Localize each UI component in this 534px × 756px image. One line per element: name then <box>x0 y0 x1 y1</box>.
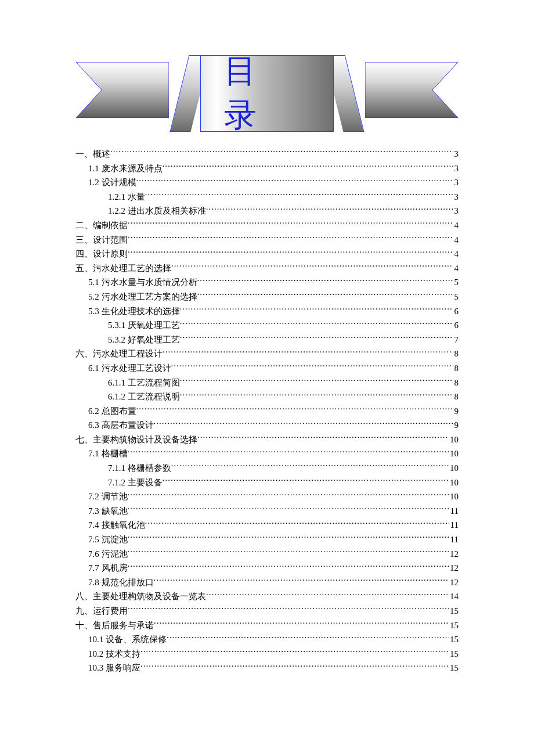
toc-leader-dots <box>197 276 453 285</box>
toc-leader-dots <box>197 291 453 300</box>
toc-entry: 1.2.2 进出水质及相关标准3 <box>75 204 459 218</box>
ribbon-right-icon <box>365 62 458 118</box>
banner-graphic: 目录 <box>143 55 391 136</box>
toc-entry-title: 10.3 服务响应 <box>88 661 140 675</box>
toc-entry-title: 7.1.2 主要设备 <box>108 476 163 490</box>
toc-entry-page: 5 <box>453 290 459 304</box>
toc-leader-dots <box>154 620 449 628</box>
toc-entry-page: 10 <box>449 461 459 476</box>
toc-entry-page: 11 <box>449 532 459 547</box>
toc-entry: 5.2 污水处理工艺方案的选择5 <box>75 290 459 304</box>
toc-entry-title: 5.3 生化处理技术的选择 <box>88 304 180 319</box>
toc-entry-title: 二、编制依据 <box>75 218 128 233</box>
toc-entry-page: 15 <box>449 647 459 661</box>
toc-entry-title: 7.1.1 格栅槽参数 <box>108 461 171 476</box>
toc-entry: 十、售后服务与承诺15 <box>75 618 459 633</box>
toc-entry: 五、污水处理工艺的选择4 <box>75 261 459 276</box>
table-of-contents: 一、概述31.1 废水来源及特点31.2 设计规模31.2.1 水量31.2.2… <box>75 147 459 675</box>
toc-entry-title: 5.3.2 好氧处理工艺 <box>108 333 180 347</box>
toc-entry-page: 4 <box>453 218 459 233</box>
toc-leader-dots <box>154 577 449 585</box>
toc-leader-dots <box>180 334 453 343</box>
toc-leader-dots <box>163 348 453 357</box>
toc-entry: 10.1 设备、系统保修15 <box>75 632 459 647</box>
toc-entry: 1.2 设计规模3 <box>75 175 459 190</box>
toc-entry-title: 1.1 废水来源及特点 <box>88 161 163 176</box>
toc-entry-title: 6.1 污水处理工艺设计 <box>88 361 171 376</box>
toc-entry: 七、主要构筑物设计及设备选择10 <box>75 433 459 447</box>
toc-entry-page: 12 <box>449 575 459 590</box>
banner-title: 目录 <box>201 49 333 138</box>
toc-entry-title: 6.2 总图布置 <box>88 404 136 419</box>
toc-entry-page: 3 <box>453 147 459 161</box>
toc-leader-dots <box>180 377 453 386</box>
toc-entry-title: 1.2.1 水量 <box>108 190 145 204</box>
toc-entry: 九、运行费用15 <box>75 604 459 618</box>
toc-entry-title: 1.2.2 进出水质及相关标准 <box>108 204 206 218</box>
toc-entry-page: 14 <box>449 589 459 604</box>
toc-entry-page: 15 <box>449 618 459 633</box>
toc-leader-dots <box>197 434 449 442</box>
toc-entry-page: 12 <box>449 547 459 561</box>
toc-entry-title: 6.1.2 工艺流程说明 <box>108 390 180 404</box>
toc-entry-page: 15 <box>449 661 459 675</box>
toc-entry-page: 10 <box>449 447 459 461</box>
toc-entry-title: 7.6 污泥池 <box>88 547 128 561</box>
toc-entry-page: 3 <box>453 175 459 190</box>
toc-leader-dots <box>128 219 453 228</box>
toc-leader-dots <box>167 633 449 642</box>
svg-marker-1 <box>365 62 458 118</box>
toc-leader-dots <box>171 462 449 471</box>
toc-leader-dots <box>145 519 449 528</box>
toc-entry: 7.1.1 格栅槽参数10 <box>75 461 459 476</box>
toc-entry: 6.1 污水处理工艺设计8 <box>75 361 459 376</box>
toc-leader-dots <box>171 262 453 271</box>
toc-leader-dots <box>128 448 449 456</box>
toc-entry-page: 10 <box>449 476 459 490</box>
toc-entry: 5.1 污水水量与水质情况分析5 <box>75 275 459 290</box>
toc-entry-title: 五、污水处理工艺的选择 <box>75 261 171 276</box>
toc-entry-page: 11 <box>449 504 459 519</box>
toc-leader-dots <box>136 177 453 185</box>
toc-entry-title: 5.2 污水处理工艺方案的选择 <box>88 290 197 304</box>
toc-entry-title: 5.3.1 厌氧处理工艺 <box>108 318 180 333</box>
toc-entry-title: 7.5 沉淀池 <box>88 532 128 547</box>
toc-leader-dots <box>128 505 449 514</box>
toc-entry-title: 1.2 设计规模 <box>88 175 136 190</box>
toc-entry-page: 6 <box>453 318 459 333</box>
toc-entry: 6.3 高层布置设计9 <box>75 418 459 433</box>
toc-entry-title: 九、运行费用 <box>75 604 128 618</box>
toc-leader-dots <box>128 548 449 557</box>
toc-entry-page: 3 <box>453 204 459 218</box>
toc-leader-dots <box>140 648 449 657</box>
toc-leader-dots <box>128 562 449 571</box>
toc-leader-dots <box>128 491 449 499</box>
svg-marker-0 <box>76 62 169 118</box>
toc-entry: 三、设计范围4 <box>75 233 459 247</box>
toc-entry: 1.1 废水来源及特点3 <box>75 161 459 176</box>
toc-entry: 六、污水处理工程设计8 <box>75 347 459 361</box>
toc-entry: 7.8 规范化排放口12 <box>75 575 459 590</box>
toc-entry-title: 6.3 高层布置设计 <box>88 418 154 433</box>
toc-entry: 7.7 风机房12 <box>75 561 459 575</box>
toc-leader-dots <box>128 534 449 542</box>
toc-entry: 7.5 沉淀池11 <box>75 532 459 547</box>
toc-entry: 5.3.2 好氧处理工艺7 <box>75 333 459 347</box>
toc-leader-dots <box>171 362 453 371</box>
toc-entry-title: 四、设计原则 <box>75 247 128 261</box>
toc-entry: 10.3 服务响应15 <box>75 661 459 675</box>
toc-entry-page: 10 <box>449 433 459 447</box>
toc-entry-page: 4 <box>453 233 459 247</box>
toc-entry: 四、设计原则4 <box>75 247 459 261</box>
toc-leader-dots <box>110 148 453 157</box>
toc-leader-dots <box>136 405 453 414</box>
toc-leader-dots <box>145 191 453 200</box>
toc-entry-page: 8 <box>453 376 459 390</box>
toc-entry: 6.2 总图布置9 <box>75 404 459 419</box>
toc-entry: 7.2 调节池10 <box>75 489 459 504</box>
toc-leader-dots <box>180 391 453 399</box>
banner-plate: 目录 <box>200 55 334 132</box>
toc-entry-title: 10.1 设备、系统保修 <box>88 632 167 647</box>
toc-leader-dots <box>128 605 449 614</box>
ribbon-left-icon <box>76 62 169 118</box>
